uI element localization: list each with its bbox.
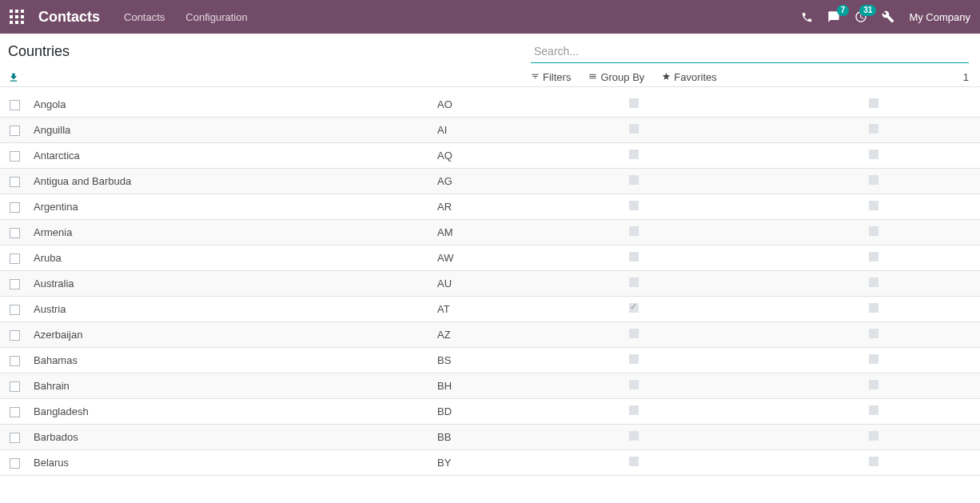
bool-indicator [869, 354, 878, 364]
export-icon[interactable] [8, 72, 19, 83]
bool-col-1 [624, 431, 864, 443]
row-select-cell [0, 252, 29, 264]
nav-link-contacts[interactable]: Contacts [121, 6, 168, 28]
country-list: AngolaAOAnguillaAIAntarcticaAQAntigua an… [0, 92, 980, 476]
row-select-cell [0, 329, 29, 341]
bool-col-1 [624, 124, 864, 136]
bool-indicator [869, 124, 878, 134]
nav-link-configuration[interactable]: Configuration [182, 6, 250, 28]
table-row[interactable]: ArmeniaAM [0, 220, 980, 246]
bool-col-2 [864, 380, 980, 392]
groupby-icon [588, 71, 597, 83]
bool-col-2 [864, 303, 980, 315]
country-name: Azerbaijan [29, 329, 432, 341]
row-checkbox[interactable] [10, 228, 20, 238]
bool-indicator [869, 150, 878, 159]
pager[interactable]: 1 [963, 71, 969, 83]
row-checkbox[interactable] [10, 202, 20, 213]
bool-indicator [629, 98, 639, 108]
bool-indicator [629, 405, 639, 415]
bool-col-1 [624, 226, 864, 238]
apps-icon[interactable] [10, 10, 24, 24]
bool-col-1 [624, 303, 864, 315]
country-code: AM [432, 226, 624, 238]
country-code: AZ [432, 329, 624, 341]
svg-rect-5 [21, 15, 24, 18]
row-select-cell [0, 405, 29, 417]
bool-indicator [629, 457, 639, 466]
filters-button[interactable]: Filters [531, 71, 571, 83]
bool-col-1 [624, 201, 864, 213]
row-checkbox[interactable] [10, 330, 20, 341]
row-checkbox[interactable] [10, 100, 20, 110]
table-row[interactable]: BahrainBH [0, 373, 980, 399]
row-checkbox[interactable] [10, 279, 20, 289]
country-code: AW [432, 252, 624, 264]
favorites-button[interactable]: Favorites [662, 71, 716, 83]
bool-col-1 [624, 252, 864, 264]
country-name: Antarctica [29, 150, 432, 162]
table-row[interactable]: BahamasBS [0, 348, 980, 373]
country-name: Bahrain [29, 380, 432, 392]
row-checkbox[interactable] [10, 253, 20, 264]
country-name: Angola [29, 98, 432, 110]
search-input[interactable] [531, 42, 969, 63]
bool-indicator [629, 380, 639, 389]
row-select-cell [0, 175, 29, 187]
row-select-cell [0, 226, 29, 238]
messages-icon[interactable]: 7 [827, 10, 840, 23]
bool-col-2 [864, 226, 980, 238]
row-checkbox[interactable] [10, 381, 20, 392]
search-container [531, 42, 969, 63]
bool-col-1 [624, 380, 864, 392]
table-row[interactable]: AngolaAO [0, 92, 980, 118]
row-select-cell [0, 98, 29, 110]
company-selector[interactable]: My Company [909, 11, 970, 23]
country-code: AI [432, 124, 624, 136]
filters-label: Filters [543, 71, 571, 83]
bool-col-2 [864, 150, 980, 162]
table-row[interactable]: ArgentinaAR [0, 194, 980, 220]
bool-indicator [629, 201, 639, 210]
table-row[interactable]: BarbadosBB [0, 425, 980, 450]
row-select-cell [0, 380, 29, 392]
table-row[interactable]: BangladeshBD [0, 399, 980, 425]
country-code: BS [432, 354, 624, 366]
row-checkbox[interactable] [10, 305, 20, 315]
bool-indicator [629, 175, 639, 185]
table-row[interactable]: AntarcticaAQ [0, 143, 980, 169]
table-row[interactable]: BelarusBY [0, 450, 980, 476]
bool-col-1 [624, 98, 864, 110]
bool-col-1 [624, 405, 864, 417]
row-checkbox[interactable] [10, 407, 20, 417]
bool-col-2 [864, 277, 980, 289]
activities-icon[interactable]: 31 [855, 10, 867, 23]
bool-indicator [869, 329, 878, 338]
bool-indicator [869, 380, 878, 389]
table-row[interactable]: AzerbaijanAZ [0, 322, 980, 348]
row-checkbox[interactable] [10, 151, 20, 162]
row-checkbox[interactable] [10, 458, 20, 469]
table-row[interactable]: ArubaAW [0, 246, 980, 271]
bool-col-2 [864, 124, 980, 136]
table-row[interactable]: AustraliaAU [0, 271, 980, 297]
row-checkbox[interactable] [10, 356, 20, 366]
bool-indicator [869, 201, 878, 210]
row-select-cell [0, 277, 29, 289]
country-name: Barbados [29, 431, 432, 443]
groupby-button[interactable]: Group By [588, 71, 644, 83]
svg-rect-3 [10, 15, 13, 18]
control-panel: Countries Filters Group By Favorites 1 [0, 34, 980, 87]
app-brand[interactable]: Contacts [38, 9, 100, 26]
phone-icon[interactable] [801, 11, 813, 23]
debug-icon[interactable] [882, 10, 894, 23]
bool-indicator [869, 226, 878, 236]
row-checkbox[interactable] [10, 177, 20, 187]
nav-right: 7 31 My Company [801, 10, 970, 23]
table-row[interactable]: Antigua and BarbudaAG [0, 169, 980, 194]
row-checkbox[interactable] [10, 126, 20, 136]
row-checkbox[interactable] [10, 433, 20, 443]
country-name: Austria [29, 303, 432, 315]
table-row[interactable]: AnguillaAI [0, 118, 980, 143]
table-row[interactable]: AustriaAT [0, 297, 980, 322]
